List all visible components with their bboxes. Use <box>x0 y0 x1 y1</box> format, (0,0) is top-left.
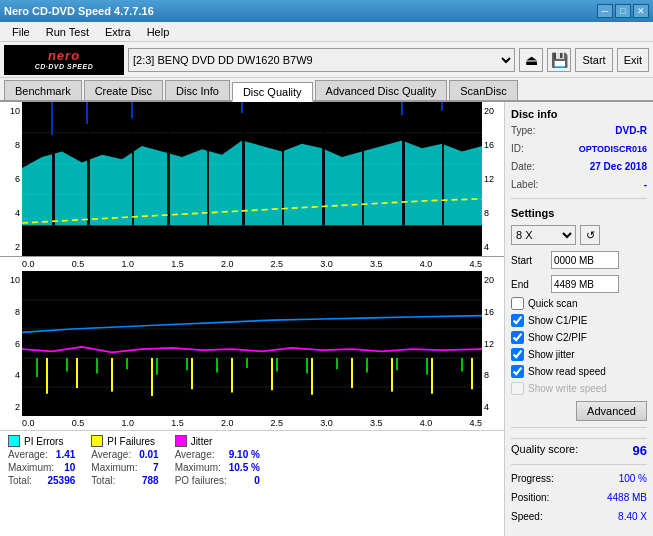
show-c2pif-checkbox[interactable] <box>511 331 524 344</box>
menu-extra[interactable]: Extra <box>97 24 139 40</box>
pi-errors-color <box>8 435 20 447</box>
show-c1pie-checkbox[interactable] <box>511 314 524 327</box>
bottom-chart-wrapper: 10 8 6 4 2 <box>0 271 504 416</box>
advanced-button[interactable]: Advanced <box>576 401 647 421</box>
pi-failures-maximum-row: Maximum: 7 <box>91 462 158 473</box>
show-read-speed-checkbox[interactable] <box>511 365 524 378</box>
drive-selector[interactable]: [2:3] BENQ DVD DD DW1620 B7W9 <box>128 48 515 72</box>
tab-scandisc[interactable]: ScanDisc <box>449 80 517 100</box>
menu-bar: File Run Test Extra Help <box>0 22 653 42</box>
bottom-chart-y-right: 20 16 12 8 4 <box>482 271 504 416</box>
start-row: Start <box>511 251 647 269</box>
divider-2 <box>511 427 647 428</box>
svg-rect-8 <box>132 111 134 225</box>
window-controls: ─ □ ✕ <box>597 4 649 18</box>
window-title: Nero CD-DVD Speed 4.7.7.16 <box>4 5 154 17</box>
jitter-po-row: PO failures: 0 <box>175 475 260 486</box>
bottom-chart-inner <box>22 271 482 416</box>
jitter-maximum-row: Maximum: 10.5 % <box>175 462 260 473</box>
divider-3 <box>511 464 647 465</box>
disc-id-row: ID: OPTODISCR016 <box>511 142 647 156</box>
bottom-chart-svg <box>22 271 482 416</box>
show-write-speed-row: Show write speed <box>511 382 647 395</box>
settings-title: Settings <box>511 207 647 219</box>
pi-failures-total-row: Total: 788 <box>91 475 158 486</box>
start-input[interactable] <box>551 251 619 269</box>
show-c2pif-row: Show C2/PIF <box>511 331 647 344</box>
menu-file[interactable]: File <box>4 24 38 40</box>
bottom-chart-x-axis: 0.0 0.5 1.0 1.5 2.0 2.5 3.0 3.5 4.0 4.5 <box>0 416 504 430</box>
end-row: End <box>511 275 647 293</box>
svg-rect-15 <box>402 112 405 225</box>
tab-disc-quality[interactable]: Disc Quality <box>232 82 313 102</box>
svg-rect-7 <box>87 113 90 225</box>
tab-advanced-disc-quality[interactable]: Advanced Disc Quality <box>315 80 448 100</box>
speed-selector[interactable]: 8 X 4 X 2 X Max <box>511 225 576 245</box>
exit-button[interactable]: Exit <box>617 48 649 72</box>
top-chart-svg <box>22 102 482 256</box>
pi-failures-average-row: Average: 0.01 <box>91 449 158 460</box>
refresh-icon[interactable]: ↺ <box>580 225 600 245</box>
position-row: Position: 4488 MB <box>511 490 647 505</box>
stats-area: PI Errors Average: 1.41 Maximum: 10 Tota… <box>0 430 504 490</box>
minimize-button[interactable]: ─ <box>597 4 613 18</box>
tab-create-disc[interactable]: Create Disc <box>84 80 163 100</box>
bottom-chart-y-left: 10 8 6 4 2 <box>0 271 22 416</box>
divider-1 <box>511 198 647 199</box>
pi-failures-label: PI Failures <box>91 435 158 447</box>
svg-rect-10 <box>207 109 209 226</box>
top-chart-wrapper: 10 8 6 4 2 <box>0 102 504 257</box>
right-panel: Disc info Type: DVD-R ID: OPTODISCR016 D… <box>505 102 653 536</box>
maximize-button[interactable]: □ <box>615 4 631 18</box>
pi-errors-group: PI Errors Average: 1.41 Maximum: 10 Tota… <box>8 435 75 486</box>
disc-date-row: Date: 27 Dec 2018 <box>511 160 647 174</box>
start-button[interactable]: Start <box>575 48 612 72</box>
show-jitter-checkbox[interactable] <box>511 348 524 361</box>
quick-scan-checkbox[interactable] <box>511 297 524 310</box>
jitter-label: Jitter <box>175 435 260 447</box>
svg-rect-16 <box>442 105 444 225</box>
show-jitter-row: Show jitter <box>511 348 647 361</box>
svg-rect-13 <box>322 110 325 226</box>
speed-row-quality: Speed: 8.40 X <box>511 509 647 524</box>
show-c1pie-row: Show C1/PIE <box>511 314 647 327</box>
jitter-average-row: Average: 9.10 % <box>175 449 260 460</box>
top-chart-x-axis: 0.0 0.5 1.0 1.5 2.0 2.5 3.0 3.5 4.0 4.5 <box>0 257 504 271</box>
progress-row: Progress: 100 % <box>511 471 647 486</box>
show-write-speed-checkbox <box>511 382 524 395</box>
pi-failures-color <box>91 435 103 447</box>
svg-rect-9 <box>167 115 170 225</box>
quality-score-row: Quality score: 96 <box>511 438 647 458</box>
end-input[interactable] <box>551 275 619 293</box>
close-button[interactable]: ✕ <box>633 4 649 18</box>
app-logo: nero CD·DVD SPEED <box>4 45 124 75</box>
menu-help[interactable]: Help <box>139 24 178 40</box>
title-bar: Nero CD-DVD Speed 4.7.7.16 ─ □ ✕ <box>0 0 653 22</box>
main-content: 10 8 6 4 2 <box>0 102 653 536</box>
pi-errors-average-row: Average: 1.41 <box>8 449 75 460</box>
disc-type-row: Type: DVD-R <box>511 124 647 138</box>
top-chart-inner <box>22 102 482 256</box>
pi-failures-group: PI Failures Average: 0.01 Maximum: 7 Tot… <box>91 435 158 486</box>
show-read-speed-row: Show read speed <box>511 365 647 378</box>
menu-run-test[interactable]: Run Test <box>38 24 97 40</box>
chart-area: 10 8 6 4 2 <box>0 102 505 536</box>
tab-bar: Benchmark Create Disc Disc Info Disc Qua… <box>0 78 653 102</box>
tab-benchmark[interactable]: Benchmark <box>4 80 82 100</box>
top-chart-y-right: 20 16 12 8 4 <box>482 102 504 256</box>
svg-rect-11 <box>242 106 245 225</box>
speed-row: 8 X 4 X 2 X Max ↺ <box>511 225 647 245</box>
jitter-color <box>175 435 187 447</box>
svg-rect-23 <box>22 271 482 416</box>
quick-scan-row: Quick scan <box>511 297 647 310</box>
jitter-group: Jitter Average: 9.10 % Maximum: 10.5 % P… <box>175 435 260 486</box>
tab-disc-info[interactable]: Disc Info <box>165 80 230 100</box>
top-chart-y-left: 10 8 6 4 2 <box>0 102 22 256</box>
pi-errors-label: PI Errors <box>8 435 75 447</box>
save-icon[interactable]: 💾 <box>547 48 571 72</box>
toolbar: nero CD·DVD SPEED [2:3] BENQ DVD DD DW16… <box>0 42 653 78</box>
disc-label-row: Label: - <box>511 178 647 192</box>
svg-rect-14 <box>362 108 364 226</box>
eject-icon[interactable]: ⏏ <box>519 48 543 72</box>
pi-errors-maximum-row: Maximum: 10 <box>8 462 75 473</box>
